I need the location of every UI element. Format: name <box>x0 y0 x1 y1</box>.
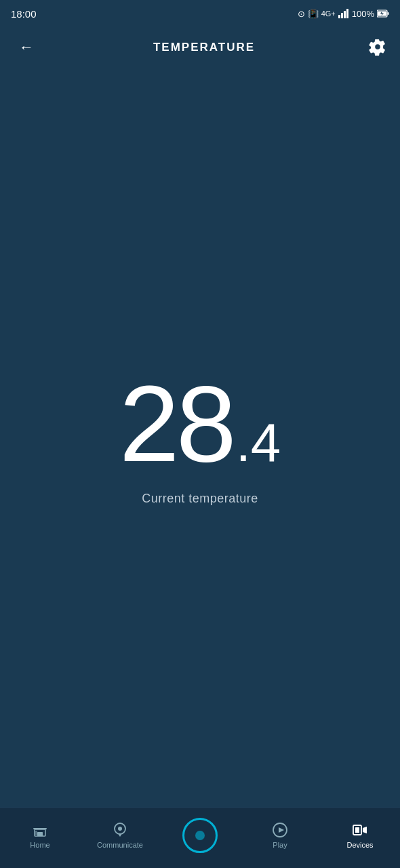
status-time: 18:00 <box>11 8 37 20</box>
svg-rect-0 <box>338 15 340 18</box>
network-icon: 4G+ <box>321 9 336 18</box>
battery-percentage: 100% <box>352 9 374 19</box>
battery-icon <box>377 9 389 18</box>
nav-item-communicate[interactable]: Communicate <box>80 822 160 849</box>
back-button[interactable]: ← <box>14 36 39 59</box>
svg-rect-1 <box>341 13 343 18</box>
nav-label-devices: Devices <box>346 841 373 849</box>
temperature-main-value: 28 <box>119 370 233 478</box>
temperature-display: 28 .4 <box>119 370 281 478</box>
status-icons: ⊙ 📳 4G+ 100% <box>298 9 389 19</box>
nav-item-play[interactable]: Play <box>240 822 320 849</box>
status-bar: 18:00 ⊙ 📳 4G+ 100% <box>0 0 400 27</box>
svg-rect-6 <box>388 12 389 15</box>
gear-icon <box>369 38 386 56</box>
signal-icon <box>338 9 349 18</box>
home-icon <box>32 822 48 838</box>
settings-button[interactable] <box>369 38 386 58</box>
svg-rect-2 <box>344 11 346 18</box>
svg-rect-9 <box>37 832 43 836</box>
bottom-nav: Home Communicate Play Devices <box>0 807 400 868</box>
devices-icon <box>352 822 368 838</box>
location-icon: ⊙ <box>298 9 305 19</box>
alexa-button[interactable] <box>182 818 218 853</box>
svg-rect-18 <box>355 827 359 833</box>
temperature-label: Current temperature <box>142 492 258 506</box>
communicate-icon <box>112 822 128 838</box>
svg-rect-3 <box>346 9 348 18</box>
main-content: 28 .4 Current temperature <box>0 68 400 807</box>
page-title: TEMPERATURE <box>153 41 255 54</box>
play-icon <box>272 822 288 838</box>
header: ← TEMPERATURE <box>0 27 400 68</box>
svg-point-14 <box>118 827 122 831</box>
svg-marker-16 <box>279 827 284 833</box>
nav-item-alexa[interactable] <box>160 818 240 853</box>
nav-label-communicate: Communicate <box>97 841 143 849</box>
alexa-inner-dot <box>195 831 205 840</box>
nav-item-devices[interactable]: Devices <box>320 822 400 849</box>
nav-item-home[interactable]: Home <box>0 822 80 849</box>
vibrate-icon: 📳 <box>308 9 319 19</box>
nav-label-play: Play <box>273 841 287 849</box>
temperature-decimal-value: .4 <box>236 412 281 474</box>
nav-label-home: Home <box>30 841 49 849</box>
